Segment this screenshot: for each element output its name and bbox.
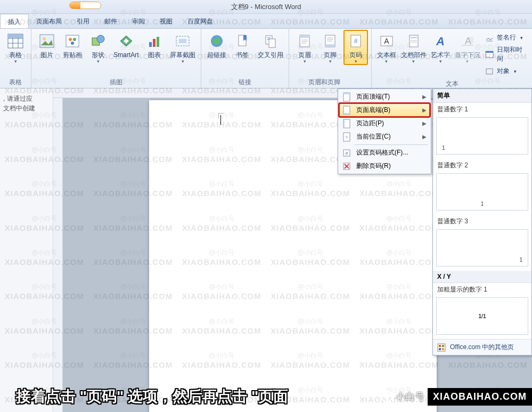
tab-page-layout[interactable]: 页面布局	[29, 14, 69, 28]
shapes-button[interactable]: 形状 ▾	[86, 31, 110, 64]
group-header-footer: 页眉 ▾ 页脚 ▾ # 页码 ▾ 页眉和页脚	[289, 29, 372, 88]
svg-rect-18	[179, 39, 186, 43]
svg-rect-66	[442, 345, 444, 347]
smartart-button[interactable]: SmartArt	[111, 31, 141, 59]
dropcap-button[interactable]: A 首字下沉 ▾	[453, 31, 481, 64]
gallery-thumb-plain-1[interactable]: 1	[436, 117, 528, 155]
submenu-arrow-icon: ▶	[422, 94, 427, 100]
svg-rect-15	[153, 39, 155, 47]
brand-box: XIAOBAIHAO.COM	[428, 388, 532, 406]
page-number-icon: #	[347, 32, 365, 50]
submenu-arrow-icon: ▶	[422, 134, 427, 140]
screenshot-button[interactable]: 屏幕截图 ▾	[168, 31, 198, 64]
picture-button[interactable]: 图片	[35, 31, 59, 59]
tab-mailings[interactable]: 邮件	[97, 14, 125, 28]
bookmark-icon	[233, 32, 251, 50]
menu-page-margins[interactable]: 页边距(P) ▶	[339, 117, 430, 130]
smartart-icon	[117, 32, 135, 50]
gallery-item-label: 普通数字 3	[433, 215, 531, 228]
header-icon	[296, 32, 314, 50]
submenu-arrow-icon: ▶	[422, 120, 427, 126]
gallery-item-label: 普通数字 1	[433, 103, 531, 116]
table-button[interactable]: 表格 ▾	[3, 31, 28, 64]
svg-rect-58	[346, 136, 348, 138]
signature-line-button[interactable]: 签名行▾	[485, 32, 527, 43]
format-icon: #	[341, 148, 352, 158]
tab-view[interactable]: 视图	[152, 14, 180, 28]
subtitle-text: 接着点击 "页码" 选项，然后再点击 "页面	[0, 386, 381, 407]
crossref-button[interactable]: 交叉引用	[256, 31, 285, 59]
navigation-pane[interactable]: , 请通过应 文档中创建	[0, 88, 53, 412]
tab-insert[interactable]: 插入	[0, 14, 29, 28]
svg-text:#: #	[354, 37, 358, 45]
page-margin-icon	[341, 118, 352, 129]
svg-point-11	[71, 42, 74, 45]
quick-access-progress	[69, 2, 101, 9]
tab-references[interactable]: 引用	[69, 14, 97, 28]
object-icon	[485, 67, 494, 76]
page-bottom-icon	[341, 105, 352, 116]
svg-rect-52	[343, 93, 350, 94]
svg-rect-50	[486, 69, 493, 74]
hyperlink-button[interactable]: 超链接	[204, 31, 229, 59]
chevron-down-icon: ▾	[304, 59, 306, 64]
chart-icon	[145, 32, 163, 50]
shapes-icon	[89, 32, 107, 50]
wordart-button[interactable]: A 艺术字 ▾	[429, 31, 452, 64]
footer-button[interactable]: 页脚 ▾	[318, 31, 342, 64]
group-illustrations: 图片 剪贴画 形状 ▾ SmartArt 图表 屏幕截图	[31, 29, 201, 88]
page-top-icon	[341, 92, 352, 102]
ribbon-tabs: 插入 页面布局 引用 邮件 审阅 视图 百度网盘	[0, 14, 532, 29]
page-number-dropdown: 页面顶端(T) ▶ 页面底端(B) ▶ 页边距(P) ▶ 当前位置(C) ▶ #…	[338, 88, 431, 174]
svg-rect-8	[66, 35, 79, 47]
page-number-button[interactable]: # 页码 ▾	[343, 30, 368, 65]
vertical-ruler[interactable]	[53, 98, 63, 412]
window-title: 文档9 - Microsoft Word	[231, 3, 301, 11]
svg-point-7	[43, 37, 46, 41]
textbox-icon: A	[378, 32, 396, 50]
video-caption-bar: 接着点击 "页码" 选项，然后再点击 "页面 小白号 XIAOBAIHAO.CO…	[0, 386, 532, 407]
gallery-thumb-plain-3[interactable]: 1	[436, 229, 528, 266]
gallery-thumb-plain-2[interactable]: 1	[436, 173, 528, 211]
header-button[interactable]: 页眉 ▾	[292, 31, 317, 64]
svg-text:A: A	[436, 35, 445, 48]
gallery-item-label: 加粗显示的数字 1	[433, 283, 531, 296]
menu-format-page-numbers[interactable]: # 设置页码格式(F)...	[339, 146, 430, 159]
menu-page-bottom[interactable]: 页面底端(B) ▶	[339, 103, 430, 117]
menu-current-position[interactable]: 当前位置(C) ▶	[339, 130, 430, 143]
tab-review[interactable]: 审阅	[125, 14, 152, 28]
chevron-down-icon: ▾	[14, 59, 17, 64]
textbox-button[interactable]: A 文本框 ▾	[375, 31, 398, 64]
object-button[interactable]: 对象▾	[485, 66, 527, 77]
svg-rect-29	[325, 44, 335, 47]
chevron-down-icon: ▾	[466, 59, 469, 64]
group-tables: 表格 ▾ 表格	[0, 29, 31, 88]
svg-rect-54	[343, 113, 350, 115]
svg-rect-38	[411, 37, 417, 38]
remove-icon	[341, 161, 352, 172]
chevron-down-icon: ▾	[97, 59, 100, 64]
bookmark-button[interactable]: 书签	[230, 31, 255, 59]
menu-remove-page-numbers[interactable]: 删除页码(R)	[339, 159, 430, 173]
svg-point-13	[97, 35, 104, 43]
quickparts-button[interactable]: 文档部件 ▾	[399, 31, 428, 64]
tab-baidu-netdisk[interactable]: 百度网盘	[180, 14, 220, 28]
brand-pill: 小白号	[381, 390, 424, 403]
wordart-icon: A	[431, 32, 449, 50]
gallery-office-more[interactable]: Office.com 中的其他页	[433, 339, 531, 355]
picture-icon	[38, 32, 56, 50]
margin-marker	[218, 113, 224, 118]
datetime-button[interactable]: 日期和时间	[485, 44, 527, 64]
footer-icon	[321, 32, 339, 50]
gallery-thumb-bold-1[interactable]: 1/1	[436, 297, 528, 335]
text-cursor	[220, 115, 221, 125]
svg-rect-14	[149, 42, 152, 47]
ribbon: 表格 ▾ 表格 图片 剪贴画 形状 ▾ SmartArt	[0, 29, 532, 88]
chart-button[interactable]: 图表	[142, 31, 167, 59]
svg-rect-68	[442, 348, 444, 350]
clipart-button[interactable]: 剪贴画	[60, 31, 85, 59]
svg-text:A: A	[465, 36, 471, 46]
menu-page-top[interactable]: 页面顶端(T) ▶	[339, 90, 430, 103]
chevron-down-icon: ▾	[385, 59, 388, 64]
submenu-arrow-icon: ▶	[422, 107, 427, 113]
